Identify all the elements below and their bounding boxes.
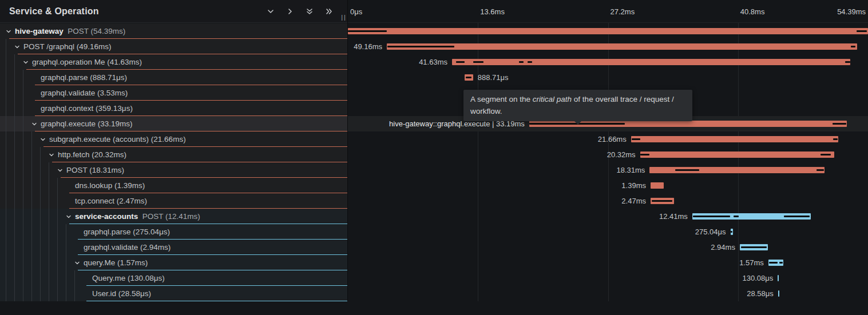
timeline-row: 21.66ms [348,131,868,147]
tree-row[interactable]: query.Me (1.57ms) [0,255,347,270]
span-duration-label: 2.94ms [711,240,735,255]
span-bar[interactable] [452,59,850,65]
span-bar[interactable] [631,136,838,142]
tree-row[interactable]: subgraph.execute (accounts) (21.66ms) [0,131,347,147]
indent-guide [40,224,49,240]
tree-row[interactable]: Query.me (130.08μs) [0,270,347,286]
timeline-row: 28.58μs [348,286,868,301]
tree-row[interactable]: POST /graphql (49.16ms) [0,39,347,54]
timeline-row: 888.71μs [348,70,868,85]
chevron-down-icon[interactable] [74,260,84,266]
span-duration-label: 130.08μs [742,270,773,286]
chevron-down-icon[interactable] [6,29,15,34]
indent-guide [23,70,31,85]
chevron-down-icon[interactable] [66,214,75,220]
axis-tick-label: 0μs [350,7,362,16]
indent-guide [23,224,31,240]
row-service-border [86,301,347,301]
span-bar[interactable] [640,151,835,158]
indent-guide [31,286,40,301]
timeline-row: 18.31ms [348,162,868,178]
indent-guide [57,193,66,209]
span-duration-label: 20.32ms [607,147,636,162]
indent-guide [6,209,14,224]
indent-guide [40,193,49,209]
critical-path-segment [741,246,767,248]
tree-row[interactable]: service-accounts POST (12.41ms) [0,209,347,224]
span-name-label: graphql.operation Me (41.63ms) [32,58,142,66]
indent-guide [14,101,23,116]
indent-guide [6,255,14,270]
tree-row[interactable]: http.fetch (20.32ms) [0,147,347,162]
indent-guide [49,209,57,224]
expand-one-icon[interactable] [286,7,295,16]
chevron-down-icon[interactable] [31,121,41,127]
span-bar[interactable] [778,290,779,297]
expand-all-icon[interactable] [324,7,334,16]
span-duration-label: 41.63ms [419,54,447,70]
tree-row[interactable]: graphql.context (359.13μs) [0,101,347,116]
collapse-one-icon[interactable] [266,7,275,16]
critical-path-segment [731,231,732,233]
indent-guide [6,54,14,70]
tree-row[interactable]: hive-gateway POST (54.39ms) [0,23,347,39]
indent-guide [49,240,57,255]
tooltip-text-italic: critical path [533,95,572,103]
tree-row[interactable]: POST (18.31ms) [0,162,347,178]
tree-controls [266,7,334,16]
indent-guide [66,255,74,270]
tree-row[interactable]: dns.lookup (1.39ms) [0,178,347,193]
indent-guide [14,255,23,270]
indent-guide [14,85,23,101]
tree-row[interactable]: tcp.connect (2.47ms) [0,193,347,209]
timeline-row: 49.16ms [348,39,868,54]
span-bar[interactable] [778,275,779,281]
tree-row[interactable]: graphql.validate (2.94ms) [0,240,347,255]
critical-path-segment [817,169,824,171]
indent-guide [14,147,23,162]
critical-path-segment [456,61,465,63]
chevron-down-icon[interactable] [49,152,58,158]
service-name: service-accounts [75,212,138,221]
span-name-label: dns.lookup (1.39ms) [75,181,145,190]
indent-guide [23,131,31,147]
collapse-all-icon[interactable] [305,7,314,16]
chevron-down-icon[interactable] [40,137,49,142]
span-name-label: graphql.parse (888.71μs) [41,73,127,82]
span-duration-label: 1.39ms [621,178,646,193]
timeline-axis: 0μs13.6ms27.2ms40.8ms54.39ms [348,0,868,23]
critical-path-segment [632,138,640,140]
tree-row[interactable]: graphql.parse (275.04μs) [0,224,347,240]
indent-guide [49,193,57,209]
indent-guide [49,178,57,193]
chevron-down-icon[interactable] [57,168,66,173]
indent-guide [31,270,40,286]
span-bar[interactable] [348,28,868,34]
tooltip-caret [574,121,581,125]
indent-guide [6,270,14,286]
indent-guide [57,255,66,270]
tree-row[interactable]: graphql.execute (33.19ms) [0,116,347,131]
critical-path-segment [769,262,778,264]
indent-guide [6,240,14,255]
indent-guide [23,85,31,101]
tree-row[interactable]: User.id (28.58μs) [0,286,347,301]
indent-guide [14,54,23,70]
panel-divider[interactable] [347,0,348,301]
chevron-down-icon[interactable] [23,59,32,65]
span-bar[interactable] [651,182,664,189]
axis-tick-label: 13.6ms [480,7,505,16]
indent-guide [49,255,57,270]
indent-guide [6,131,14,147]
span-name-label: subgraph.execute (accounts) (21.66ms) [49,135,186,143]
indent-guide [49,162,57,178]
service-operation-header: Service & Operation [0,0,347,23]
tree-row[interactable]: graphql.validate (3.53ms) [0,85,347,101]
tree-row[interactable]: graphql.parse (888.71μs) [0,70,347,85]
span-name-label: graphql.parse (275.04μs) [84,228,170,236]
chevron-down-icon[interactable] [14,44,23,50]
span-bar[interactable] [387,43,857,50]
timeline-row [348,23,868,39]
tree-row[interactable]: graphql.operation Me (41.63ms) [0,54,347,70]
indent-guide [66,270,74,286]
